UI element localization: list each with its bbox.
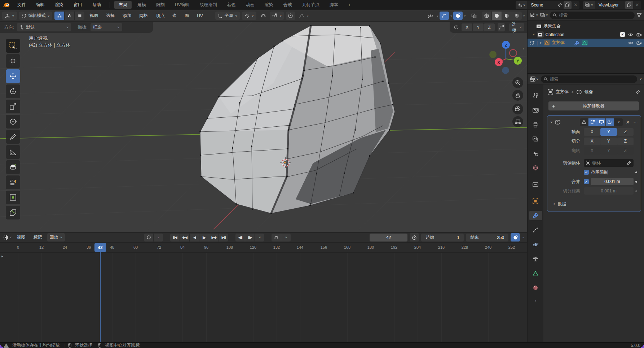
scene-selector[interactable]: ∨ Scene ✕	[516, 1, 580, 9]
axis-z-button[interactable]: Z	[617, 128, 634, 136]
playhead-line[interactable]	[100, 252, 101, 342]
tab-render[interactable]	[529, 105, 542, 115]
tabs-overflow-chevron[interactable]: ∨	[534, 299, 537, 302]
timeline-editor-type-button[interactable]: ∨	[3, 235, 12, 240]
menu-file[interactable]: 文件	[13, 1, 30, 9]
camera-view-button[interactable]	[512, 104, 523, 114]
frame-end-field[interactable]: 结束 250	[466, 234, 508, 242]
flip-x-button[interactable]: X	[584, 147, 600, 155]
outliner-row-scene-collection[interactable]: 场景集合	[528, 22, 644, 30]
animate-dot[interactable]	[635, 171, 637, 173]
render-camera-icon[interactable]	[636, 41, 642, 45]
breadcrumb-object[interactable]: 立方体	[556, 89, 569, 95]
transform-direction-dropdown[interactable]: 默认 ∨	[17, 23, 71, 31]
viewlayer-name[interactable]: ViewLayer	[595, 3, 625, 8]
scene-icon[interactable]: ∨	[516, 1, 528, 9]
bisect-distance-field[interactable]: 0.001 m	[584, 187, 634, 195]
sidebar-collapse-arrow[interactable]: ‹	[523, 46, 524, 51]
tool-rotate[interactable]	[6, 84, 20, 98]
frame-start-field[interactable]: 起始 1	[421, 234, 464, 242]
delete-viewlayer-button[interactable]: ✕	[633, 1, 641, 9]
timeline-tracks[interactable]: ▸	[0, 253, 527, 342]
menu-help[interactable]: 帮助	[88, 1, 105, 9]
vp-menu-view[interactable]: 视图	[87, 12, 101, 20]
mirror-x-button[interactable]: X	[462, 23, 472, 31]
workspace-tab-rendering[interactable]: 渲染	[260, 1, 278, 9]
frame-back-button[interactable]: ◀▮	[235, 234, 245, 242]
tab-tool[interactable]	[529, 91, 542, 100]
outliner-display-mode-button[interactable]: ∨	[540, 13, 548, 18]
gizmo-neg-x[interactable]	[510, 49, 517, 57]
viewport-canvas[interactable]	[0, 22, 527, 232]
vp-menu-mesh[interactable]: 网格	[136, 12, 151, 20]
tab-output[interactable]	[529, 120, 542, 129]
timeline-menu-marker[interactable]: 标记	[31, 233, 45, 242]
timeline-overlay-toggle[interactable]	[511, 233, 520, 242]
shading-material-button[interactable]	[502, 12, 512, 20]
filter-icon[interactable]	[636, 13, 642, 18]
face-select-button[interactable]	[75, 12, 84, 20]
tab-modifiers[interactable]	[529, 211, 542, 220]
show-in-render-toggle[interactable]	[606, 118, 614, 126]
mirror-object-field[interactable]: 物体	[584, 159, 634, 167]
next-keyframe-button[interactable]: ▶◆	[209, 234, 219, 242]
breadcrumb-modifier[interactable]: 镜像	[585, 89, 593, 95]
data-subpanel-header[interactable]: ∨ 数据	[550, 200, 639, 208]
edge-select-button[interactable]	[65, 12, 74, 20]
show-in-viewport-toggle[interactable]	[597, 118, 605, 126]
flip-y-button[interactable]: Y	[600, 147, 617, 155]
menu-edit[interactable]: 编辑	[32, 1, 49, 9]
mirror-y-button[interactable]: Y	[473, 23, 484, 31]
menu-window[interactable]: 窗口	[69, 1, 87, 9]
add-workspace-button[interactable]: +	[344, 1, 355, 9]
tool-bevel[interactable]	[6, 206, 20, 219]
outliner-row-collection[interactable]: ∨ Collection ✓	[528, 30, 644, 39]
vertex-select-button[interactable]	[54, 12, 64, 20]
render-camera-icon[interactable]	[636, 32, 642, 37]
navigation-gizmo[interactable]: Z X Y	[489, 38, 526, 79]
mirror-z-button[interactable]: Z	[484, 23, 495, 31]
car-mesh[interactable]	[199, 25, 395, 214]
playback-dropdown[interactable]: 回放 ∨	[47, 233, 65, 242]
tool-measure[interactable]	[6, 145, 20, 159]
menu-render[interactable]: 渲染	[50, 1, 68, 9]
hide-eye-icon[interactable]	[628, 32, 634, 37]
tab-particles[interactable]	[529, 225, 542, 235]
properties-search-input[interactable]	[550, 77, 635, 82]
tab-physics[interactable]	[529, 240, 542, 249]
snap-base-button[interactable]	[498, 23, 505, 31]
axis-y-button[interactable]: Y	[600, 128, 617, 136]
timeline-ruler[interactable]: 0 12 24 36 48 60 72 84 96 108 120 132 14…	[0, 243, 527, 253]
gizmo-toggle[interactable]	[440, 12, 449, 20]
jump-to-start-button[interactable]: ▮◀	[170, 234, 180, 242]
tab-constraints[interactable]	[529, 254, 542, 264]
workspace-tab-animation[interactable]: 动画	[242, 1, 259, 9]
shading-solid-button[interactable]	[492, 12, 502, 20]
panel-expand-chevron[interactable]: ∨	[550, 121, 553, 123]
stopwatch-button[interactable]	[410, 233, 419, 242]
workspace-tab-modeling[interactable]: 建模	[133, 1, 150, 9]
tool-extrude-region[interactable]	[6, 175, 20, 189]
tab-object-data[interactable]	[529, 269, 542, 278]
shading-wireframe-button[interactable]	[482, 12, 491, 20]
show-object-types-dropdown[interactable]	[426, 12, 436, 20]
vp-menu-uv[interactable]: UV	[194, 12, 206, 19]
gizmo-neg-z[interactable]	[502, 67, 509, 74]
pivot-point-selector[interactable]: ∨	[242, 12, 256, 20]
modifier-extras-dropdown[interactable]: ∨	[614, 118, 623, 126]
workspace-tab-geonodes[interactable]: 几何节点	[298, 1, 324, 9]
overlays-toggle[interactable]	[453, 12, 463, 20]
snap-toggle[interactable]	[259, 12, 268, 20]
tool-move[interactable]	[6, 69, 20, 83]
tool-scale[interactable]	[6, 100, 20, 113]
proportional-edit-toggle[interactable]	[286, 12, 295, 20]
options-dropdown[interactable]: 选项 ∨	[509, 23, 524, 31]
workspace-tab-compositing[interactable]: 合成	[279, 1, 296, 9]
current-frame-field[interactable]: 42	[370, 234, 407, 242]
workspace-tab-texpaint[interactable]: 纹理绘制	[195, 1, 221, 9]
transform-orientation-selector[interactable]: 全局 ∨	[215, 12, 240, 20]
editor-type-button[interactable]: ∨	[2, 12, 17, 20]
new-scene-button[interactable]	[564, 1, 572, 9]
merge-threshold-field[interactable]: 0.001 m	[591, 178, 634, 185]
merge-checkbox[interactable]: ✓	[584, 179, 589, 184]
